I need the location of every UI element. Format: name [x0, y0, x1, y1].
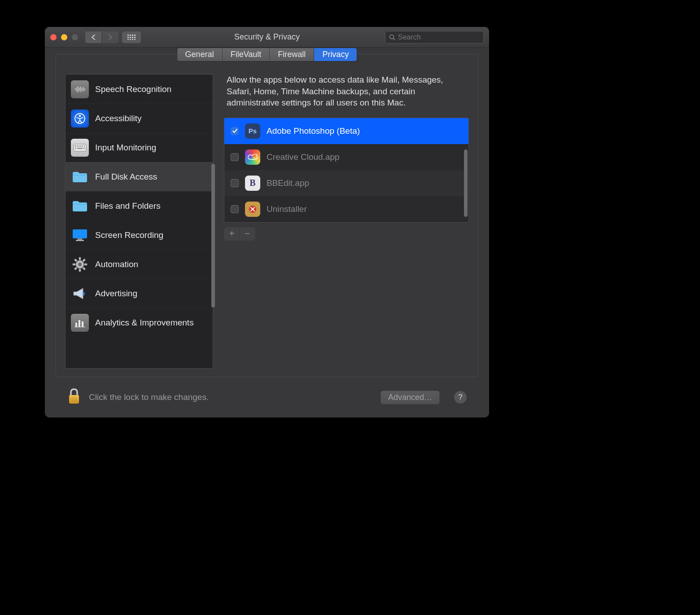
display-icon	[71, 226, 89, 244]
help-button[interactable]: ?	[454, 391, 467, 404]
sidebar-item-label: Input Monitoring	[95, 143, 156, 153]
sidebar-item-label: Screen Recording	[95, 230, 163, 240]
sidebar-item-accessibility[interactable]: Accessibility	[66, 104, 213, 133]
svg-rect-33	[73, 229, 87, 238]
app-list-scrollbar[interactable]	[464, 149, 468, 217]
search-input[interactable]	[398, 33, 480, 41]
close-window-button[interactable]	[50, 34, 57, 40]
svg-rect-40	[84, 264, 87, 265]
panels: Speech Recognition Accessibility	[56, 62, 478, 369]
search-field[interactable]	[385, 31, 484, 44]
tab-firewall[interactable]: Firewall	[270, 48, 314, 61]
sidebar-item-label: Automation	[95, 259, 138, 269]
sidebar-item-full-disk-access[interactable]: Full Disk Access	[66, 162, 213, 191]
svg-rect-7	[134, 37, 136, 38]
remove-app-button[interactable]: −	[240, 228, 255, 240]
titlebar: Security & Privacy	[45, 27, 489, 48]
app-checkbox[interactable]	[231, 153, 239, 161]
footer: Click the lock to make changes. Advanced…	[56, 377, 478, 417]
svg-rect-10	[132, 39, 133, 40]
accessibility-icon	[71, 110, 89, 127]
chevron-left-icon	[91, 35, 96, 40]
svg-rect-34	[78, 238, 82, 240]
minimize-window-button[interactable]	[61, 34, 67, 40]
sidebar-item-screen-recording[interactable]: Screen Recording	[66, 220, 213, 250]
preferences-window: Security & Privacy General FileVault Fir…	[45, 27, 489, 417]
sidebar-item-label: Full Disk Access	[95, 172, 157, 182]
svg-rect-6	[132, 37, 133, 38]
svg-rect-47	[79, 320, 80, 327]
sidebar-item-label: Accessibility	[95, 114, 141, 123]
sidebar-item-label: Analytics & Improvements	[95, 318, 194, 328]
lock-text: Click the lock to make changes.	[89, 392, 209, 402]
creative-cloud-icon	[245, 149, 260, 165]
svg-rect-46	[75, 323, 77, 327]
app-list[interactable]: Ps Adobe Photoshop (Beta) Creative Cloud…	[224, 118, 469, 223]
svg-rect-43	[74, 259, 77, 262]
tabs: General FileVault Firewall Privacy	[56, 48, 478, 62]
sidebar-item-advertising[interactable]: Advertising	[66, 279, 213, 308]
sidebar-item-analytics[interactable]: Analytics & Improvements	[66, 308, 213, 337]
svg-rect-25	[75, 145, 76, 147]
sidebar-item-label: Advertising	[95, 289, 137, 299]
add-app-button[interactable]: +	[224, 228, 240, 240]
keyboard-icon	[71, 139, 89, 157]
back-button[interactable]	[85, 31, 101, 43]
app-row-photoshop[interactable]: Ps Adobe Photoshop (Beta)	[224, 118, 468, 144]
svg-rect-29	[84, 145, 85, 147]
photoshop-icon: Ps	[245, 123, 260, 139]
lock-icon[interactable]	[67, 388, 81, 407]
content: General FileVault Firewall Privacy Speec…	[45, 48, 489, 417]
tab-filevault[interactable]: FileVault	[223, 48, 270, 61]
advanced-button[interactable]: Advanced…	[381, 391, 440, 404]
privacy-category-list[interactable]: Speech Recognition Accessibility	[65, 74, 213, 369]
folder-icon	[71, 168, 89, 186]
app-name: Uninstaller	[267, 204, 307, 214]
svg-rect-30	[75, 148, 76, 149]
svg-rect-0	[127, 35, 129, 36]
tab-privacy[interactable]: Privacy	[314, 48, 357, 61]
sidebar-item-label: Speech Recognition	[95, 84, 171, 94]
bar-chart-icon	[71, 314, 89, 332]
svg-rect-51	[69, 395, 79, 404]
svg-point-45	[78, 263, 82, 266]
svg-rect-9	[130, 39, 131, 40]
svg-point-23	[79, 115, 81, 117]
svg-rect-42	[74, 267, 77, 270]
app-checkbox[interactable]	[231, 205, 239, 213]
sidebar-scrollbar[interactable]	[211, 164, 215, 308]
sidebar-item-files-and-folders[interactable]: Files and Folders	[66, 191, 213, 220]
app-row-uninstaller[interactable]: Uninstaller	[224, 196, 468, 222]
app-name: BBEdit.app	[267, 178, 309, 188]
svg-rect-41	[83, 259, 86, 262]
svg-line-13	[394, 38, 395, 40]
sidebar-item-automation[interactable]: Automation	[66, 250, 213, 279]
svg-rect-35	[76, 240, 84, 241]
svg-rect-38	[79, 269, 81, 272]
svg-rect-2	[132, 35, 133, 36]
svg-rect-4	[127, 37, 129, 38]
chevron-right-icon	[108, 35, 113, 40]
folder-icon	[71, 197, 89, 215]
forward-button[interactable]	[102, 31, 118, 43]
svg-rect-44	[83, 267, 86, 270]
sidebar-item-speech-recognition[interactable]: Speech Recognition	[66, 75, 213, 104]
check-icon	[232, 129, 237, 133]
sidebar-container: Speech Recognition Accessibility	[65, 74, 213, 369]
tab-general[interactable]: General	[177, 48, 223, 61]
app-checkbox[interactable]	[231, 179, 239, 187]
megaphone-icon	[71, 285, 89, 303]
zoom-window-button[interactable]	[72, 34, 78, 40]
app-row-creative-cloud[interactable]: Creative Cloud.app	[224, 144, 468, 170]
svg-rect-32	[83, 148, 85, 149]
app-checkbox[interactable]	[231, 127, 239, 135]
svg-rect-48	[82, 321, 83, 327]
nav-buttons	[85, 31, 118, 43]
svg-rect-5	[130, 37, 131, 38]
sidebar-item-input-monitoring[interactable]: Input Monitoring	[66, 133, 213, 162]
svg-rect-11	[134, 39, 136, 40]
show-all-button[interactable]	[122, 31, 141, 43]
gear-icon	[71, 255, 89, 273]
uninstaller-icon	[245, 202, 260, 217]
app-row-bbedit[interactable]: B BBEdit.app	[224, 170, 468, 196]
